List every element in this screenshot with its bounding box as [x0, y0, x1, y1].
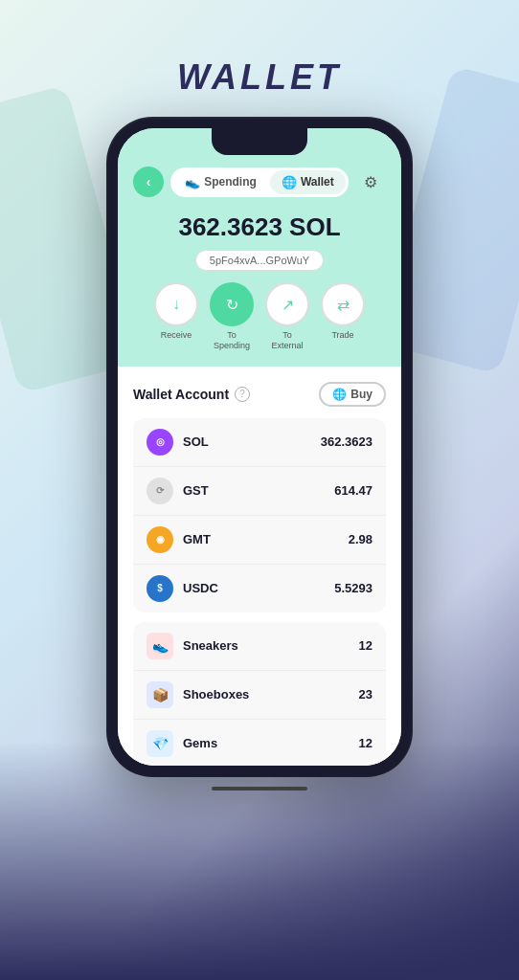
- receive-button[interactable]: ↓: [154, 282, 198, 326]
- shoeboxes-count: 23: [359, 687, 372, 702]
- to-external-action: ↗ ToExternal: [265, 282, 309, 351]
- buy-label: Buy: [350, 388, 372, 401]
- buy-globe-icon: 🌐: [332, 388, 347, 401]
- sol-icon: ◎: [147, 429, 173, 456]
- nft-left-shoeboxes: 📦 Shoeboxes: [147, 681, 249, 708]
- tab-spending[interactable]: 👟 Spending: [173, 170, 268, 194]
- gmt-icon: ◉: [147, 526, 173, 553]
- action-buttons: ↓ Receive ↻ ToSpending ↗ ToExternal ⇄ Tr…: [133, 282, 386, 351]
- sneakers-count: 12: [359, 638, 372, 653]
- section-title-row: Wallet Account ?: [133, 387, 250, 402]
- wallet-account-title: Wallet Account: [133, 387, 229, 402]
- gems-name: Gems: [183, 736, 217, 750]
- token-item-sol[interactable]: ◎ SOL 362.3623: [133, 418, 386, 467]
- phone-frame: ‹ 👟 Spending 🌐 Wallet ⚙: [106, 117, 413, 777]
- shoeboxes-icon: 📦: [147, 681, 173, 708]
- sol-amount: 362.3623: [321, 434, 372, 449]
- settings-button[interactable]: ⚙: [355, 167, 386, 197]
- screen-bottom: Wallet Account ? 🌐 Buy ◎ SOL: [118, 367, 401, 766]
- token-item-gmt[interactable]: ◉ GMT 2.98: [133, 516, 386, 565]
- token-left-gmt: ◉ GMT: [147, 526, 211, 553]
- balance-section: 362.3623 SOL 5pFo4xvA...GPoWuY: [133, 212, 386, 271]
- to-external-label: ToExternal: [271, 330, 303, 351]
- wallet-label: Wallet: [301, 175, 334, 189]
- to-spending-button[interactable]: ↻: [210, 282, 254, 326]
- nft-item-sneakers[interactable]: 👟 Sneakers 12: [133, 622, 386, 671]
- sneakers-icon: 👟: [147, 633, 173, 659]
- spending-icon: 👟: [185, 175, 200, 189]
- spending-label: Spending: [204, 175, 257, 189]
- tab-wallet[interactable]: 🌐 Wallet: [270, 170, 346, 194]
- gmt-name: GMT: [183, 532, 211, 546]
- sneakers-name: Sneakers: [183, 638, 238, 653]
- nav-row: ‹ 👟 Spending 🌐 Wallet ⚙: [133, 167, 386, 197]
- buy-button[interactable]: 🌐 Buy: [319, 382, 386, 407]
- to-spending-action: ↻ ToSpending: [210, 282, 254, 351]
- phone-mockup: ‹ 👟 Spending 🌐 Wallet ⚙: [106, 117, 413, 791]
- token-left-gst: ⟳ GST: [147, 478, 209, 504]
- nft-left-sneakers: 👟 Sneakers: [147, 633, 238, 659]
- gst-icon: ⟳: [147, 478, 173, 504]
- token-list: ◎ SOL 362.3623 ⟳ GST 614.47: [133, 418, 386, 612]
- back-button[interactable]: ‹: [133, 167, 164, 197]
- page-title: WALLET: [177, 57, 342, 98]
- gst-name: GST: [183, 483, 209, 498]
- balance-amount: 362.3623 SOL: [133, 212, 386, 242]
- sol-name: SOL: [183, 434, 209, 449]
- usdc-amount: 5.5293: [334, 581, 372, 595]
- home-indicator: [212, 787, 307, 791]
- to-external-button[interactable]: ↗: [265, 282, 309, 326]
- screen-top: ‹ 👟 Spending 🌐 Wallet ⚙: [118, 128, 401, 367]
- nft-item-shoeboxes[interactable]: 📦 Shoeboxes 23: [133, 671, 386, 720]
- wallet-address[interactable]: 5pFo4xvA...GPoWuY: [195, 250, 324, 271]
- gems-count: 12: [359, 736, 372, 750]
- gst-amount: 614.47: [334, 483, 372, 498]
- usdc-name: USDC: [183, 581, 218, 595]
- nft-list: 👟 Sneakers 12 📦 Shoeboxes 23: [133, 622, 386, 766]
- trade-action: ⇄ Trade: [321, 282, 365, 351]
- gmt-amount: 2.98: [349, 532, 372, 546]
- receive-action: ↓ Receive: [154, 282, 198, 351]
- phone-screen: ‹ 👟 Spending 🌐 Wallet ⚙: [118, 128, 401, 766]
- token-item-gst[interactable]: ⟳ GST 614.47: [133, 467, 386, 516]
- wallet-icon: 🌐: [282, 175, 297, 189]
- trade-button[interactable]: ⇄: [321, 282, 365, 326]
- token-left-sol: ◎ SOL: [147, 429, 209, 456]
- help-icon[interactable]: ?: [235, 387, 250, 402]
- token-left-usdc: $ USDC: [147, 575, 218, 602]
- to-spending-label: ToSpending: [214, 330, 250, 351]
- usdc-icon: $: [147, 575, 173, 602]
- nft-left-gems: 💎 Gems: [147, 730, 217, 757]
- receive-label: Receive: [161, 330, 192, 341]
- token-item-usdc[interactable]: $ USDC 5.5293: [133, 565, 386, 612]
- trade-label: Trade: [331, 330, 353, 341]
- gems-icon: 💎: [147, 730, 173, 757]
- section-header: Wallet Account ? 🌐 Buy: [133, 382, 386, 407]
- nft-item-gems[interactable]: 💎 Gems 12: [133, 720, 386, 766]
- tab-group: 👟 Spending 🌐 Wallet: [170, 167, 349, 197]
- phone-notch: [212, 128, 307, 155]
- shoeboxes-name: Shoeboxes: [183, 687, 249, 702]
